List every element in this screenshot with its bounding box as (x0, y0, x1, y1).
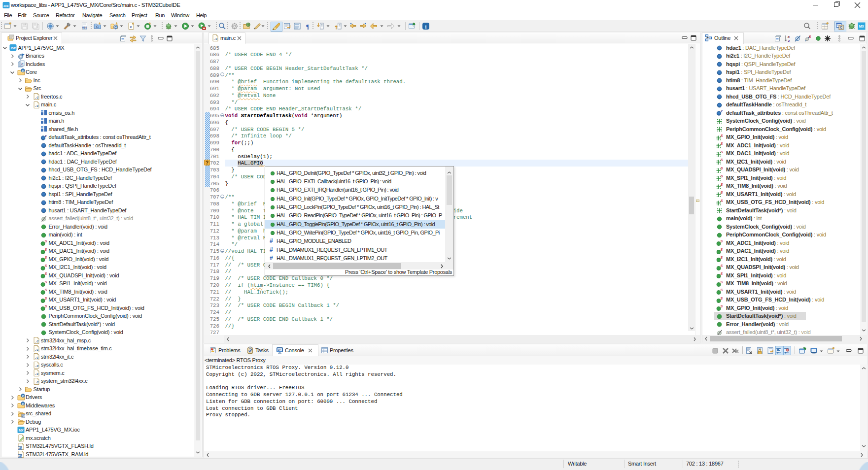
svg-text:LD: LD (18, 446, 22, 449)
svg-text:S: S (721, 134, 723, 137)
svg-text:.c: .c (34, 380, 38, 384)
svg-text:c: c (130, 25, 132, 29)
svg-text:i: i (425, 24, 427, 30)
svg-text:¶: ¶ (306, 23, 309, 30)
svg-text:LD: LD (18, 455, 22, 458)
svg-text:c: c (721, 109, 723, 113)
svg-text:S: S (45, 239, 47, 243)
svg-text:S: S (45, 297, 47, 300)
svg-text:MX: MX (18, 428, 23, 432)
svg-text:.c: .c (34, 372, 38, 376)
svg-text:C: C (840, 26, 842, 29)
svg-text:S: S (809, 35, 811, 38)
svg-text:S: S (721, 304, 723, 308)
svg-text:S: S (721, 256, 723, 259)
svg-text:S: S (721, 191, 723, 194)
svg-text:S: S (721, 150, 723, 154)
svg-text:.c: .c (213, 37, 218, 41)
svg-text:C: C (96, 25, 99, 29)
svg-text:IDE: IDE (11, 46, 16, 50)
svg-text:S: S (45, 272, 47, 275)
svg-text:.c: .c (34, 339, 38, 343)
svg-text:.c: .c (34, 356, 38, 360)
svg-text:S: S (45, 280, 47, 284)
svg-text:S: S (721, 272, 723, 275)
svg-text:S: S (45, 248, 47, 251)
svg-text:.c: .c (34, 348, 38, 352)
svg-text:S: S (721, 183, 723, 186)
svg-text:S: S (721, 158, 723, 162)
svg-text:S: S (721, 199, 723, 202)
svg-text:S: S (721, 288, 723, 292)
svg-text:.c: .c (34, 96, 38, 100)
svg-text:S: S (721, 239, 723, 243)
svg-text:C: C (114, 26, 117, 29)
svg-text:010: 010 (82, 27, 87, 30)
svg-text:h: h (21, 62, 23, 66)
svg-text:z: z (788, 39, 790, 42)
svg-text:IDE: IDE (3, 4, 9, 7)
svg-text:S: S (721, 264, 723, 268)
svg-text:S: S (721, 297, 723, 300)
svg-text:S: S (721, 280, 723, 284)
svg-text:.c: .c (34, 364, 38, 368)
svg-text:S: S (721, 174, 723, 178)
svg-text:S: S (45, 304, 47, 308)
svg-text:S: S (45, 288, 47, 292)
svg-text:S: S (721, 248, 723, 251)
svg-text:c: c (45, 134, 47, 138)
svg-text:MX: MX (859, 25, 865, 28)
svg-text:S: S (721, 167, 723, 170)
svg-text:a: a (788, 35, 790, 38)
svg-text:S: S (721, 142, 723, 145)
svg-text:S: S (45, 256, 47, 259)
svg-text:.c: .c (34, 104, 38, 108)
svg-text:S: S (45, 264, 47, 268)
